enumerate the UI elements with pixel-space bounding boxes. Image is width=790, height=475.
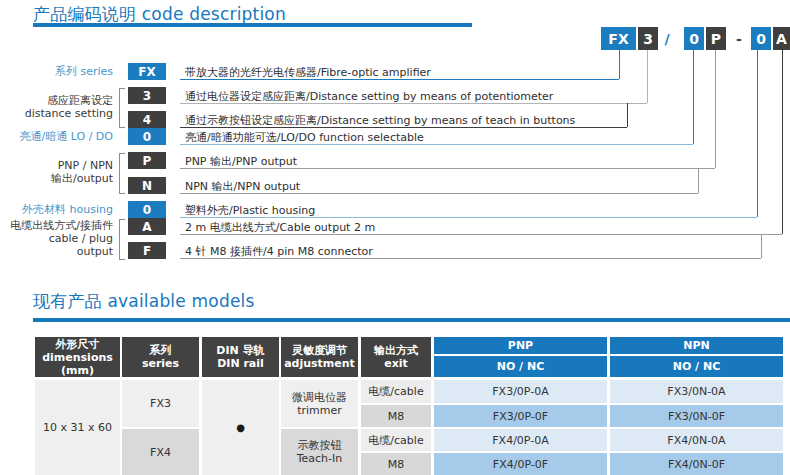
header-line: exit (384, 357, 408, 370)
cell-model-npn-row1: FX3/0N-0A (610, 380, 783, 403)
connector-underline-0-housing (180, 217, 757, 218)
label-line: 亮通/暗通 LO / DO (20, 130, 113, 143)
connector-underline-P (180, 168, 715, 169)
table-header-npn-nonc: NO / NC (610, 356, 783, 377)
diagram-row-FX: FX 带放大器的光纤光电传感器/Fibre-optic amplifier (0, 63, 790, 80)
code-desc-F: 4 针 M8 接插件/4 pin M8 connector (185, 244, 373, 259)
header-line: DIN rail (217, 357, 264, 370)
table-header-pnp-nonc: NO / NC (434, 356, 607, 377)
bracket-cable-plug (119, 219, 125, 260)
section2-title-en: available models (107, 291, 254, 311)
header-line: series (142, 357, 179, 370)
label-line: 系列 series (55, 65, 113, 78)
table-header-series: 系列 series (122, 337, 199, 377)
label-cable-plug-output: 电缆出线方式/接插件 cable / plug output (10, 219, 113, 258)
header-line: 输出方式 (374, 344, 418, 357)
label-housing: 外壳材料 housing (22, 203, 113, 216)
cell-exit-row2: M8 (361, 405, 431, 427)
code-segment-A: A (773, 27, 790, 50)
cell-exit-row1: 电缆/cable (361, 380, 431, 403)
cell-adjustment-teach-in: 示教按钮 Teach-In (281, 429, 358, 475)
cell-model-npn-row4: FX4/0N-0F (610, 453, 783, 475)
label-lo-do: 亮通/暗通 LO / DO (20, 130, 113, 143)
header-line: DIN 导轨 (216, 344, 264, 357)
diagram-row-0-housing: 0 塑料外壳/Plastic housing (0, 201, 790, 218)
connector-vertical-F (761, 234, 762, 258)
diagram-row-0-lodo: 0 亮通/暗通功能可选/LO/DO function selectable (0, 128, 790, 145)
label-line: PNP / NPN (51, 159, 113, 172)
cell-series-fx3: FX3 (122, 380, 199, 427)
code-desc-4: 通过示教按钮设定感应距离/Distance setting by means o… (185, 113, 575, 128)
table-header-npn: NPN (610, 337, 783, 354)
code-desc-A: 2 m 电缆出线方式/Cable output 2 m (185, 220, 375, 235)
connector-underline-FX (180, 79, 619, 80)
section1-title-zh: 产品编码说明 (33, 4, 136, 24)
code-desc-N: NPN 输出/NPN output (185, 179, 300, 194)
code-desc-FX: 带放大器的光纤光电传感器/Fibre-optic amplifier (185, 65, 431, 80)
cell-din-rail-dot: ● (202, 380, 279, 475)
connector-vertical-P (715, 50, 716, 168)
code-desc-0-housing: 塑料外壳/Plastic housing (185, 203, 315, 218)
section2-title-zh: 现有产品 (33, 291, 102, 311)
code-separator-slash: / (661, 27, 673, 50)
label-line: 输出/output (51, 172, 113, 185)
connector-underline-0-lodo (180, 144, 693, 145)
cell-model-pnp-row1: FX3/0P-0A (434, 380, 607, 403)
connector-vertical-0-lodo (693, 50, 694, 144)
section1-title-en: code description (142, 4, 286, 24)
code-box-0-housing: 0 (128, 201, 166, 218)
bracket-distance-setting (119, 88, 125, 128)
code-separator-dash: - (733, 27, 745, 50)
connector-underline-3 (180, 103, 647, 104)
cell-model-pnp-row4: FX4/0P-0F (434, 453, 607, 475)
code-segment-0b: 0 (751, 27, 771, 50)
code-desc-P: PNP 输出/PNP output (185, 154, 297, 169)
table-header-adjustment: 灵敏度调节 adjustment (281, 337, 358, 377)
code-desc-0-lodo: 亮通/暗通功能可选/LO/DO function selectable (185, 130, 424, 145)
header-line: adjustment (284, 357, 355, 370)
code-segment-0a: 0 (684, 27, 704, 50)
connector-vertical-A (782, 50, 783, 234)
header-line: 系列 (150, 344, 172, 357)
adjustment-line: 微调电位器 (292, 391, 347, 404)
table-header-din-rail: DIN 导轨 DIN rail (202, 337, 279, 377)
connector-underline-A (180, 234, 782, 235)
table-header-pnp: PNP (434, 337, 607, 354)
label-pnp-npn-output: PNP / NPN 输出/output (51, 159, 113, 185)
cell-exit-row4: M8 (361, 453, 431, 475)
label-line: 电缆出线方式/接插件 (10, 219, 113, 232)
label-line: 感应距离设定 (25, 94, 113, 107)
code-segment-P: P (706, 27, 726, 50)
label-series: 系列 series (55, 65, 113, 78)
cell-exit-row3: 电缆/cable (361, 429, 431, 451)
cell-model-pnp-row2: FX3/0P-0F (434, 405, 607, 427)
code-box-4: 4 (128, 111, 166, 128)
table-header-dimensions: 外形尺寸 dimensions (mm) (35, 337, 120, 377)
cell-model-npn-row3: FX4/0N-0A (610, 429, 783, 451)
cell-model-pnp-row3: FX4/0P-0A (434, 429, 607, 451)
code-box-FX: FX (128, 63, 166, 80)
code-box-0-lodo: 0 (128, 128, 166, 145)
label-line: 外壳材料 housing (22, 203, 113, 216)
header-line: dimensions (mm) (35, 351, 120, 377)
adjustment-line: trimmer (297, 404, 342, 417)
connector-vertical-3 (647, 50, 648, 103)
code-box-F: F (128, 242, 166, 259)
connector-vertical-0-housing (757, 50, 758, 217)
code-desc-3: 通过电位器设定感应距离/Distance setting by means of… (185, 89, 553, 104)
code-segment-3: 3 (638, 27, 658, 50)
code-box-3: 3 (128, 87, 166, 104)
label-line: output (10, 245, 113, 258)
section1-underline (33, 23, 472, 27)
cell-model-npn-row2: FX3/0N-0F (610, 405, 783, 427)
connector-vertical-FX (619, 50, 620, 79)
code-box-A: A (128, 218, 166, 235)
label-distance-setting: 感应距离设定 distance setting (25, 94, 113, 120)
section2-underline (33, 318, 790, 322)
connector-underline-4 (180, 127, 627, 128)
bracket-output (119, 153, 125, 194)
adjustment-line: Teach-In (297, 452, 343, 465)
connector-underline-N (180, 193, 698, 194)
cell-adjustment-trimmer: 微调电位器 trimmer (281, 380, 358, 427)
code-segment-FX: FX (601, 27, 636, 50)
